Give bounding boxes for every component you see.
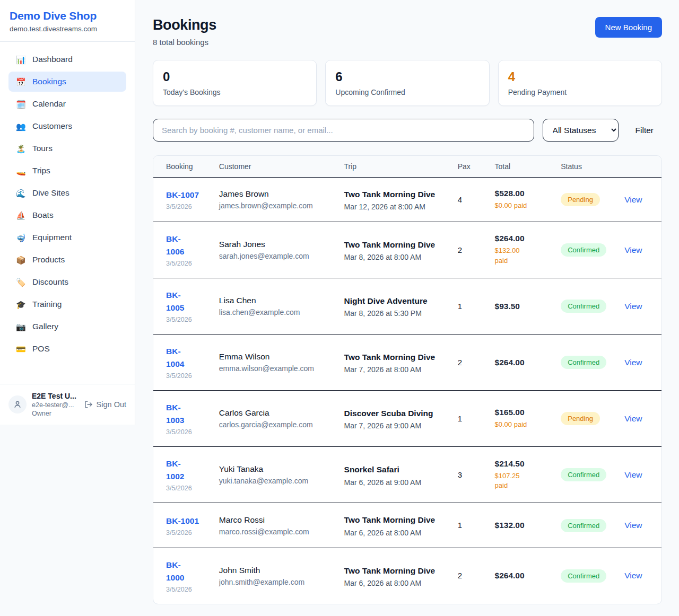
user-email: e2e-tester@... <box>32 401 79 409</box>
sidebar-item-equipment[interactable]: 🤿Equipment <box>8 227 126 248</box>
total-cell: $264.00 <box>489 548 555 604</box>
trip-cell: Snorkel SafariMar 6, 2026 at 9:00 AM <box>338 447 451 503</box>
graduation-cap-icon: 🎓 <box>16 301 25 309</box>
view-link[interactable]: View <box>624 414 642 423</box>
sidebar-item-training[interactable]: 🎓Training <box>8 294 126 314</box>
view-link[interactable]: View <box>624 571 642 580</box>
column-header-trip: Trip <box>338 156 451 178</box>
wave-icon: 🌊 <box>16 189 25 197</box>
status-cell: Confirmed <box>554 503 618 548</box>
sidebar-item-pos[interactable]: 💳POS <box>8 339 126 359</box>
trip-name: Night Dive Adventure <box>344 295 437 307</box>
booking-date: 3/5/2026 <box>166 260 206 267</box>
view-link[interactable]: View <box>624 358 642 367</box>
status-badge: Confirmed <box>561 468 606 481</box>
status-badge: Confirmed <box>561 519 606 532</box>
view-link[interactable]: View <box>624 302 642 311</box>
table-row: BK- 10063/5/2026Sarah Jonessarah.jones@e… <box>153 222 661 278</box>
pax-value: 1 <box>458 521 462 530</box>
sidebar-item-dive-sites[interactable]: 🌊Dive Sites <box>8 183 126 203</box>
view-link[interactable]: View <box>624 470 642 479</box>
pax-cell: 1 <box>451 503 489 548</box>
booking-date: 3/5/2026 <box>166 529 206 536</box>
status-badge: Confirmed <box>561 356 606 369</box>
booking-date: 3/5/2026 <box>166 586 206 593</box>
stat-value: 6 <box>335 69 479 84</box>
sidebar-item-boats[interactable]: ⛵Boats <box>8 205 126 225</box>
booking-id-link[interactable]: BK- 1002 <box>166 457 184 483</box>
sidebar-item-label: Tours <box>32 144 53 153</box>
package-icon: 📦 <box>16 256 25 264</box>
trip-cell: Two Tank Morning DiveMar 12, 2026 at 8:0… <box>338 178 451 222</box>
customer-cell: James Brownjames.brown@example.com <box>213 178 338 222</box>
sidebar-item-dashboard[interactable]: 📊Dashboard <box>8 49 126 69</box>
column-header-pax: Pax <box>451 156 489 178</box>
booking-id-link[interactable]: BK-1007 <box>166 189 199 201</box>
booking-id-link[interactable]: BK- 1000 <box>166 559 184 584</box>
island-icon: 🏝️ <box>16 145 25 153</box>
total-cell: $264.00 <box>489 335 555 391</box>
sidebar-item-trips[interactable]: 🚤Trips <box>8 161 126 181</box>
total-cell: $132.00 <box>489 503 555 548</box>
view-link[interactable]: View <box>624 521 642 530</box>
pax-value: 2 <box>458 571 462 580</box>
total-cell: $528.00$0.00 paid <box>489 178 555 222</box>
sidebar-user-footer: E2E Test U... e2e-tester@... Owner Sign … <box>0 384 135 425</box>
customer-cell: Emma Wilsonemma.wilson@example.com <box>213 335 338 391</box>
sidebar-item-customers[interactable]: 👥Customers <box>8 116 126 136</box>
credit-card-icon: 💳 <box>16 345 25 353</box>
filter-button[interactable]: Filter <box>627 126 662 135</box>
sidebar-item-products[interactable]: 📦Products <box>8 250 126 270</box>
view-link[interactable]: View <box>624 195 642 204</box>
customer-email: emma.wilson@example.com <box>219 364 332 373</box>
column-header-booking: Booking <box>153 156 213 178</box>
trip-date: Mar 12, 2026 at 8:00 AM <box>344 203 445 211</box>
sidebar-item-tours[interactable]: 🏝️Tours <box>8 138 126 159</box>
sign-out-label: Sign Out <box>97 400 126 409</box>
customer-email: marco.rossi@example.com <box>219 527 332 536</box>
view-link[interactable]: View <box>624 245 642 254</box>
paid-amount: $0.00 paid <box>495 420 533 430</box>
search-input[interactable] <box>153 119 534 142</box>
total-amount: $264.00 <box>495 358 549 367</box>
view-cell: View <box>618 548 661 604</box>
view-cell: View <box>618 178 661 222</box>
total-amount: $165.00 <box>495 408 549 417</box>
sidebar-item-label: Customers <box>32 121 72 131</box>
booking-id-link[interactable]: BK- 1004 <box>166 345 184 371</box>
trip-name: Discover Scuba Diving <box>344 407 437 419</box>
status-filter-select[interactable]: All Statuses <box>543 119 619 142</box>
view-cell: View <box>618 391 661 447</box>
sign-out-button[interactable]: Sign Out <box>84 400 126 409</box>
sidebar-item-gallery[interactable]: 📷Gallery <box>8 316 126 337</box>
sidebar-item-bookings[interactable]: 📅Bookings <box>8 72 126 92</box>
sidebar-item-label: Gallery <box>32 322 58 331</box>
trip-date: Mar 6, 2026 at 8:00 AM <box>344 529 445 537</box>
booking-id-link[interactable]: BK-1001 <box>166 515 199 527</box>
logout-icon <box>84 400 93 409</box>
sidebar-item-label: Products <box>32 255 65 265</box>
pax-cell: 3 <box>451 447 489 503</box>
trip-date: Mar 7, 2026 at 9:00 AM <box>344 421 445 430</box>
booking-id-link[interactable]: BK- 1003 <box>166 401 184 427</box>
customer-name: James Brown <box>219 189 332 199</box>
bookings-table: Booking Customer Trip Pax Total Status B… <box>153 156 661 604</box>
sidebar-item-calendar[interactable]: 🗓️Calendar <box>8 94 126 114</box>
booking-id-link[interactable]: BK- 1006 <box>166 233 184 258</box>
person-icon <box>13 400 22 409</box>
trip-cell: Discover Scuba DivingMar 7, 2026 at 9:00… <box>338 391 451 447</box>
status-cell: Confirmed <box>554 335 618 391</box>
user-info: E2E Test U... e2e-tester@... Owner <box>32 392 79 417</box>
pax-cell: 2 <box>451 548 489 604</box>
total-cell: $264.00$132.00 paid <box>489 222 555 278</box>
column-header-customer: Customer <box>213 156 338 178</box>
total-amount: $528.00 <box>495 189 549 198</box>
trip-date: Mar 6, 2026 at 9:00 AM <box>344 478 445 487</box>
pax-value: 4 <box>458 195 462 204</box>
status-badge: Confirmed <box>561 300 606 313</box>
bar-chart-icon: 📊 <box>16 56 25 64</box>
new-booking-button[interactable]: New Booking <box>595 17 662 38</box>
booking-cell: BK- 10043/5/2026 <box>153 335 213 391</box>
booking-id-link[interactable]: BK- 1005 <box>166 289 184 314</box>
sidebar-item-discounts[interactable]: 🏷️Discounts <box>8 272 126 292</box>
